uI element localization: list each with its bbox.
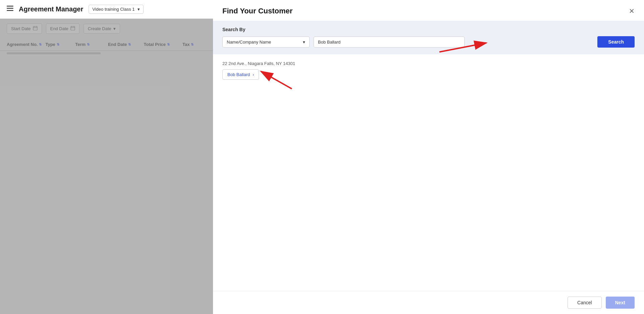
chevron-down-icon: ▾ bbox=[138, 7, 140, 12]
customer-chevron-icon: › bbox=[253, 72, 254, 77]
search-section: Search By Name/Company Name ▾ Search bbox=[213, 21, 644, 54]
cancel-button[interactable]: Cancel bbox=[568, 297, 602, 309]
class-dropdown-label: Video training Class 1 bbox=[92, 7, 135, 12]
hamburger-menu[interactable] bbox=[7, 6, 13, 13]
app-title: Agreement Manager bbox=[19, 5, 83, 13]
search-by-label: Search By bbox=[222, 27, 635, 32]
class-dropdown[interactable]: Video training Class 1 ▾ bbox=[89, 5, 143, 14]
search-by-dropdown[interactable]: Name/Company Name ▾ bbox=[222, 37, 310, 48]
svg-rect-2 bbox=[7, 10, 13, 11]
find-customer-modal: Find Your Customer ✕ Search By Name/Comp… bbox=[213, 0, 644, 314]
svg-rect-1 bbox=[7, 8, 13, 9]
search-button[interactable]: Search bbox=[597, 36, 635, 48]
modal-header: Find Your Customer ✕ bbox=[213, 0, 644, 21]
modal-body: 22 2nd Ave., Niagara Falls, NY 14301 Bob… bbox=[213, 54, 644, 291]
search-input[interactable] bbox=[314, 37, 465, 48]
search-by-value: Name/Company Name bbox=[227, 40, 271, 45]
modal-footer: Cancel Next bbox=[213, 291, 644, 314]
result-address: 22 2nd Ave., Niagara Falls, NY 14301 bbox=[222, 61, 635, 66]
search-controls: Name/Company Name ▾ Search bbox=[222, 36, 635, 48]
search-dropdown-chevron: ▾ bbox=[303, 40, 305, 45]
next-button[interactable]: Next bbox=[606, 297, 635, 309]
svg-rect-0 bbox=[7, 6, 13, 7]
customer-result-button[interactable]: Bob Ballard › bbox=[222, 69, 259, 80]
modal-close-button[interactable]: ✕ bbox=[629, 8, 635, 14]
modal-title: Find Your Customer bbox=[222, 7, 292, 15]
customer-name-label: Bob Ballard bbox=[227, 72, 250, 77]
background-overlay bbox=[0, 19, 213, 314]
